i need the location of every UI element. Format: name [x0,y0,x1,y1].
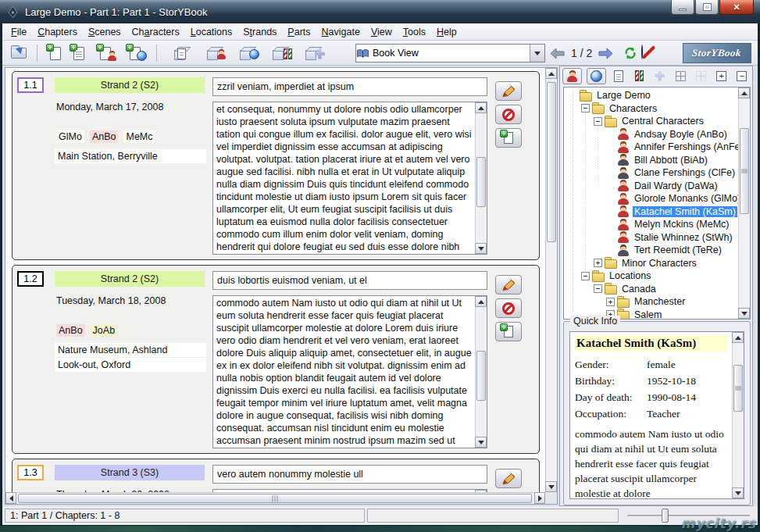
refresh-button[interactable] [622,44,639,62]
scroll-down-button[interactable] [475,437,487,448]
tree-item[interactable]: −Characters [566,102,737,116]
menu-scenes[interactable]: Scenes [83,24,127,40]
tree-item[interactable]: Tert Reemidt (TeRe) [566,244,737,257]
show-strands-button[interactable] [631,68,647,84]
toggle-auto-refresh-button[interactable] [641,45,656,60]
tree-toggle[interactable]: − [581,272,590,280]
scroll-up-button[interactable] [475,296,487,307]
menu-help[interactable]: Help [431,24,462,40]
add-scene-button[interactable]: + [495,322,522,341]
horizontal-scroll-thumb[interactable] [18,494,532,503]
manage-characters-button[interactable] [196,43,229,63]
tree-scrollbar[interactable] [738,87,750,319]
dropdown-arrow-button[interactable] [530,45,544,62]
edit-scene-button[interactable] [495,469,522,488]
minimize-button[interactable] [671,0,694,15]
zoom-slider-handle[interactable] [662,509,669,523]
menu-view[interactable]: View [366,24,398,40]
new-character-button[interactable]: + [91,43,120,63]
delete-scene-button[interactable] [495,298,522,318]
tree-item[interactable]: Annifer Fershings (AnFe) [566,141,737,154]
tree-item[interactable]: Glorole Monanks (GlMo) [566,192,737,205]
open-project-button[interactable] [7,43,30,63]
scene-title-input[interactable] [212,77,487,96]
scene-text-scrollbar[interactable] [475,102,487,254]
new-chapter-button[interactable]: + [44,43,67,63]
scroll-down-button[interactable] [732,487,744,498]
maximize-button[interactable] [695,0,719,15]
manage-strands-button[interactable] [262,43,294,63]
tree-item[interactable]: Melyn Mckins (MeMc) [566,218,737,231]
tree-item[interactable]: Katachel Smith (KaSm) [566,205,737,219]
new-scene-button[interactable]: + [67,43,91,63]
tree-item[interactable]: Stalie Whinnez (StWh) [566,231,737,245]
quick-info-scroll-thumb[interactable] [733,365,743,412]
menu-parts[interactable]: Parts [282,24,316,40]
new-location-button[interactable]: + [120,43,150,63]
scroll-up-button[interactable] [545,68,557,79]
main-horizontal-scrollbar[interactable] [5,492,545,504]
tree-toggle[interactable]: + [594,259,602,267]
tree-toggle[interactable]: + [606,298,615,306]
show-characters-button[interactable] [562,68,582,84]
scene-text-scroll-thumb[interactable] [476,157,486,207]
delete-scene-button[interactable] [495,105,522,124]
tree-toggle[interactable]: − [594,284,602,293]
menu-characters[interactable]: Characters [127,24,185,40]
menu-strands[interactable]: Strands [237,24,282,40]
scroll-left-button[interactable] [5,492,16,504]
menu-navigate[interactable]: Navigate [316,24,366,40]
collapse-all-button[interactable]: − [734,68,750,84]
menu-chapters[interactable]: Chapters [32,24,83,40]
add-scene-button[interactable]: + [495,128,522,148]
show-parts-button[interactable] [652,68,668,84]
scroll-up-button[interactable] [732,332,744,343]
scroll-up-button[interactable] [475,102,487,113]
expand-all-button[interactable]: + [714,68,730,84]
tree-item[interactable]: −Canada [566,283,737,296]
grid-view-alt-button[interactable] [693,68,708,84]
next-part-button[interactable] [598,48,614,59]
tree-item[interactable]: Large Demo [566,89,737,102]
scroll-down-button[interactable] [738,308,750,319]
scroll-down-button[interactable] [545,481,557,492]
tree-scroll-thumb[interactable] [740,128,749,214]
show-locations-button[interactable] [587,68,606,84]
show-notes-button[interactable] [611,68,626,84]
close-button[interactable]: ✕ [719,0,754,15]
view-selector[interactable]: Book View [355,44,545,62]
scene-title-input[interactable] [212,465,487,484]
manage-locations-button[interactable] [229,43,262,63]
scene-title-input[interactable] [212,271,487,290]
edit-scene-button[interactable] [495,275,522,295]
menu-locations[interactable]: Locations [185,24,238,40]
tree-item[interactable]: Clane Fershings (ClFe) [566,166,737,180]
menu-tools[interactable]: Tools [398,24,431,40]
scene-text-scrollbar[interactable] [475,296,487,448]
manage-parts-button[interactable] [294,43,327,63]
tree-item[interactable]: Andsay Boyle (AnBo) [566,128,737,141]
tree-toggle[interactable]: − [581,104,590,112]
tree-item[interactable]: +Minor Characters [566,257,737,270]
edit-scene-button[interactable] [495,81,522,101]
tree-item[interactable]: −Central Characters [566,115,737,128]
tree-toggle[interactable]: − [594,117,602,126]
tree-item[interactable]: Dail Wardy (DaWa) [566,180,737,193]
tree-item[interactable]: Bill Abbott (BiAb) [566,154,737,167]
scroll-down-button[interactable] [475,243,487,254]
tree-item[interactable]: +Manchester [566,295,737,309]
tree-item[interactable]: −Locations [566,270,737,283]
quick-info-scrollbar[interactable] [732,332,744,498]
manage-chapters-button[interactable] [163,43,196,63]
scroll-right-button[interactable] [534,492,545,504]
grid-view-button[interactable] [673,68,688,84]
quick-info-field: Birthday:1952-10-18 [575,373,728,389]
main-vertical-scrollbar[interactable] [545,68,557,492]
menu-file[interactable]: File [5,24,32,40]
scroll-up-button[interactable] [738,87,750,98]
scene-text-area[interactable]: et consequat, nonummy ut dolore nobis od… [212,102,487,255]
vertical-scroll-thumb[interactable] [547,82,556,242]
scene-text-area[interactable]: commodo autem Nam iusto ut odio qui diam… [212,295,487,448]
scene-text-scroll-thumb[interactable] [476,351,486,401]
previous-part-button[interactable] [549,48,566,59]
